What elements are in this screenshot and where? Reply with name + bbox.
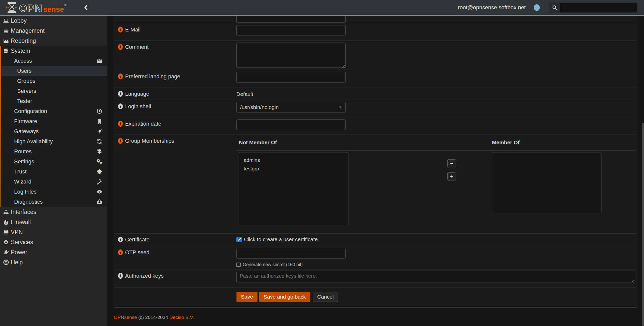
move-to-member-button[interactable] [447, 159, 456, 167]
sidebar-item-tester[interactable]: Tester [1, 96, 107, 106]
search-input[interactable] [560, 3, 637, 12]
authorized-keys-field[interactable] [236, 271, 635, 282]
page-footer: OPNsense (c) 2014-2024 Deciso B.V. [114, 315, 194, 320]
sidebar-item-label: Gateways [14, 128, 39, 135]
arrow-right-icon [449, 161, 454, 166]
deciso-footer-link[interactable]: Deciso B.V. [169, 315, 194, 320]
sidebar-item-high-availability[interactable]: High Availability [1, 136, 107, 147]
sidebar-item-help[interactable]: Help [0, 257, 107, 267]
form-row-comment: i Comment [114, 40, 637, 70]
user-avatar [534, 4, 540, 11]
sidebar-item-access[interactable]: Access [1, 56, 107, 66]
sidebar-item-system[interactable]: System [1, 46, 107, 56]
sidebar-item-groups[interactable]: Groups [1, 76, 107, 86]
sidebar-item-firmware[interactable]: Firmware [1, 116, 107, 126]
form-row-expiration-date: i Expiration date [114, 117, 637, 134]
save-and-go-back-button[interactable]: Save and go back [259, 292, 310, 302]
globe-icon [3, 229, 9, 235]
sidebar-item-reporting[interactable]: Reporting [0, 36, 107, 46]
sidebar-item-label: Power [11, 249, 27, 256]
sidebar-item-label: Trust [14, 168, 26, 175]
sidebar-item-services[interactable]: Services [0, 237, 107, 247]
sidebar-item-label: Users [17, 68, 31, 74]
not-member-of-header: Not Member Of [239, 139, 277, 146]
opnsense-logo[interactable]: OPN sense ® [6, 1, 69, 14]
generate-secret-checkbox[interactable] [236, 263, 241, 267]
scrolled-input-bottom[interactable] [236, 16, 346, 23]
field-label: Authorized keys [125, 273, 164, 279]
sidebar-item-label: High Availability [14, 138, 53, 145]
save-button[interactable]: Save [236, 292, 258, 302]
member-of-listbox[interactable] [492, 153, 601, 213]
comment-field[interactable] [236, 43, 346, 68]
sidebar-item-firewall[interactable]: Firewall [0, 217, 107, 227]
sidebar-item-settings[interactable]: Settings [1, 157, 107, 167]
sidebar-item-lobby[interactable]: Lobby [0, 16, 107, 26]
sidebar-item-label: Configuration [14, 108, 47, 115]
sidebar-item-label: Servers [17, 88, 36, 94]
group-option[interactable]: admins [239, 156, 348, 164]
sidebar-collapse-button[interactable] [83, 5, 89, 11]
sidebar-item-label: Firmware [14, 118, 37, 125]
expiration-date-field[interactable] [236, 119, 346, 130]
sidebar-item-label: Log Files [14, 189, 37, 195]
info-icon[interactable]: i [118, 91, 123, 97]
form-row-group-memberships: i Group Memberships Not Member Of Member… [114, 134, 637, 233]
field-label: Certificate [125, 236, 150, 243]
map-signs-icon [96, 148, 103, 155]
group-option[interactable]: testgrp [239, 164, 348, 173]
info-icon[interactable]: i [118, 138, 123, 144]
opnsense-footer-link[interactable]: OPNsense [114, 315, 137, 320]
field-label: Group Memberships [125, 138, 174, 144]
logged-in-user: root@opnsense.softbox.net [458, 4, 526, 11]
info-icon[interactable]: i [118, 249, 123, 255]
move-to-not-member-button[interactable] [447, 172, 456, 180]
create-certificate-checkbox[interactable] [236, 237, 242, 242]
opnsense-logo-icon: OPN sense ® [6, 1, 69, 14]
sidebar-item-wizard[interactable]: Wizard [1, 177, 107, 187]
language-value: Default [236, 89, 637, 97]
landing-page-field[interactable] [236, 72, 346, 83]
sidebar-item-configuration[interactable]: Configuration [1, 106, 107, 116]
not-member-of-listbox[interactable]: admins testgrp [239, 153, 348, 225]
location-arrow-icon [96, 128, 103, 135]
brand-suffix: sense [43, 5, 64, 13]
sidebar-item-management[interactable]: Management [0, 26, 107, 36]
eye-icon [96, 189, 103, 195]
otp-seed-field[interactable] [236, 248, 346, 259]
info-icon[interactable]: i [118, 103, 123, 109]
sidebar-item-trust[interactable]: Trust [1, 167, 107, 177]
sidebar-item-log-files[interactable]: Log Files [1, 187, 107, 197]
laptop-icon [3, 17, 9, 24]
info-icon[interactable]: i [118, 273, 123, 279]
sidebar-item-servers[interactable]: Servers [1, 86, 107, 96]
field-label: OTP seed [125, 249, 149, 256]
info-icon[interactable]: i [118, 121, 123, 127]
email-field[interactable] [236, 25, 346, 36]
area-chart-icon [3, 38, 9, 44]
cancel-button[interactable]: Cancel [313, 292, 338, 302]
sidebar-item-users[interactable]: Users [1, 66, 107, 76]
sidebar-item-label: Lobby [11, 17, 27, 24]
sidebar-item-gateways[interactable]: Gateways [1, 126, 107, 136]
page-scrollbar-thumb[interactable] [642, 123, 644, 326]
form-row-email: i E-Mail [114, 23, 637, 40]
info-icon[interactable]: i [118, 44, 123, 50]
info-icon[interactable]: i [118, 74, 123, 79]
arrow-left-icon [449, 174, 454, 179]
caret-down-icon [338, 105, 342, 109]
sidebar-item-diagnostics[interactable]: Diagnostics [1, 197, 107, 207]
info-icon[interactable]: i [118, 27, 123, 32]
header-divider [236, 150, 635, 151]
field-label: E-Mail [125, 26, 140, 33]
sidebar-item-vpn[interactable]: VPN [0, 227, 107, 237]
login-shell-select[interactable]: /usr/sbin/nologin [236, 102, 346, 113]
info-icon[interactable]: i [118, 237, 123, 242]
sidebar-item-routes[interactable]: Routes [1, 147, 107, 157]
user-edit-form: i E-Mail i Comment [114, 16, 637, 308]
fire-icon [3, 219, 9, 225]
sidebar-section-system: System Access Users Groups Servers Teste… [0, 46, 107, 207]
sidebar-item-power[interactable]: Power [0, 247, 107, 257]
member-of-header: Member Of [492, 139, 520, 146]
sidebar-item-interfaces[interactable]: Interfaces [0, 207, 107, 217]
